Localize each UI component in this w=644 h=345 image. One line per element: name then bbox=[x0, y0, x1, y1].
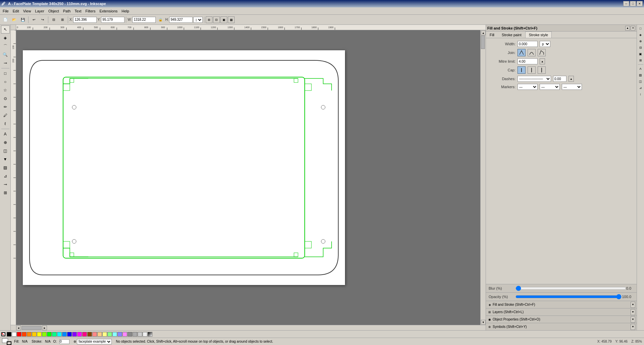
swatch-yellow-orange[interactable] bbox=[32, 332, 37, 337]
ellipse-tool-button[interactable]: ○ bbox=[1, 78, 10, 86]
spiral-tool-button[interactable]: ⊙ bbox=[1, 95, 10, 103]
text-tool-button[interactable]: A bbox=[1, 130, 10, 138]
swatch-light-yellow[interactable] bbox=[102, 332, 107, 337]
open-button[interactable]: 📂 bbox=[10, 16, 18, 23]
swatch-light-cyan[interactable] bbox=[112, 332, 117, 337]
menu-object[interactable]: Object bbox=[46, 8, 61, 14]
menu-view[interactable]: View bbox=[21, 8, 33, 14]
redo-button[interactable]: ↪ bbox=[39, 16, 47, 23]
x-input[interactable] bbox=[73, 17, 97, 23]
swatch-gradient[interactable] bbox=[148, 332, 152, 337]
snap-btn-3[interactable]: ▣ bbox=[220, 16, 227, 23]
swatch-peach[interactable] bbox=[97, 332, 102, 337]
right-tool-dropper[interactable]: ⊿ bbox=[638, 85, 644, 91]
save-button[interactable]: 💾 bbox=[19, 16, 27, 23]
join-round-btn[interactable] bbox=[528, 49, 536, 56]
swatch-near-white[interactable] bbox=[143, 332, 147, 337]
tab-stroke-style[interactable]: Stroke style bbox=[525, 32, 552, 38]
swatch-lighter-gray[interactable] bbox=[138, 332, 142, 337]
swatch-black[interactable] bbox=[7, 332, 11, 337]
markers-mid[interactable]: — bbox=[540, 84, 560, 90]
cap-butt-btn[interactable] bbox=[517, 66, 526, 74]
minimize-button[interactable]: ─ bbox=[623, 1, 629, 6]
swatch-light-gray[interactable] bbox=[133, 332, 137, 337]
h-input[interactable] bbox=[169, 17, 193, 23]
swatch-red[interactable] bbox=[17, 332, 21, 337]
right-tool-pattern[interactable]: ◫ bbox=[638, 78, 644, 84]
dashes-up-btn[interactable]: ▲ bbox=[568, 76, 574, 82]
vscroll-thumb[interactable] bbox=[481, 36, 485, 49]
swatch-brown[interactable] bbox=[87, 332, 92, 337]
swatch-cyan-blue[interactable] bbox=[62, 332, 67, 337]
width-input[interactable] bbox=[517, 41, 538, 47]
markers-start[interactable]: — bbox=[517, 84, 538, 90]
mitre-input[interactable] bbox=[517, 58, 538, 64]
vscroll-down-btn[interactable]: ▼ bbox=[481, 320, 486, 325]
snap-btn-2[interactable]: ⊟ bbox=[213, 16, 220, 23]
swatch-gray[interactable] bbox=[128, 332, 132, 337]
fill-stroke-sub-close[interactable]: ▼ bbox=[631, 302, 635, 308]
connector-tool-button[interactable]: ⊸ bbox=[1, 180, 10, 188]
swatch-light-magenta[interactable] bbox=[122, 332, 127, 337]
swatch-green-cyan[interactable] bbox=[52, 332, 57, 337]
panel-close-btn[interactable]: ✕ bbox=[631, 26, 635, 31]
eraser-tool-button[interactable]: ◫ bbox=[1, 147, 10, 155]
right-tool-grid[interactable]: ▣ bbox=[638, 51, 644, 57]
dashes-offset[interactable] bbox=[553, 76, 566, 82]
hscroll-right-btn[interactable]: ► bbox=[42, 326, 47, 330]
zoom-in-button[interactable]: ⊞ bbox=[58, 16, 66, 23]
swatch-cyan[interactable] bbox=[57, 332, 62, 337]
vscroll-up-btn[interactable]: ▲ bbox=[481, 31, 486, 35]
canvas-scroll-area[interactable]: ▲ ▼ bbox=[16, 30, 486, 325]
clone-tool-button[interactable]: ⊞ bbox=[1, 189, 10, 197]
swatch-orange[interactable] bbox=[27, 332, 32, 337]
swatch-light-blue[interactable] bbox=[117, 332, 122, 337]
spray-tool-button[interactable]: ⊕ bbox=[1, 138, 10, 147]
cap-square-btn[interactable] bbox=[538, 66, 546, 74]
snap-btn-1[interactable]: ⊞ bbox=[206, 16, 212, 23]
symbols-sub-close[interactable]: ▼ bbox=[631, 324, 635, 330]
eyedropper-tool-button[interactable]: ⊿ bbox=[1, 172, 10, 180]
markers-end[interactable]: — bbox=[562, 84, 582, 90]
snap-btn-4[interactable]: ▦ bbox=[228, 16, 235, 23]
cap-round-btn[interactable] bbox=[528, 66, 536, 74]
gradient-tool-button[interactable]: ▨ bbox=[1, 164, 10, 172]
right-tool-node[interactable]: ◈ bbox=[638, 32, 644, 38]
panel-minimize-btn[interactable]: ▲ bbox=[625, 26, 630, 31]
blur-slider[interactable] bbox=[515, 286, 626, 291]
undo-button[interactable]: ↩ bbox=[30, 16, 38, 23]
menu-text[interactable]: Text bbox=[72, 8, 83, 14]
swatch-red-orange[interactable] bbox=[22, 332, 27, 337]
hscroll-left-btn[interactable]: ◄ bbox=[16, 326, 21, 330]
calligraphy-tool-button[interactable]: ℓ bbox=[1, 120, 10, 128]
tab-fill[interactable]: Fill bbox=[486, 32, 498, 38]
swatch-green[interactable] bbox=[47, 332, 52, 337]
menu-path[interactable]: Path bbox=[61, 8, 73, 14]
layer-select[interactable]: faceplate example bbox=[77, 339, 112, 344]
new-button[interactable]: 📄 bbox=[1, 16, 9, 23]
tweak-tool-button[interactable]: ⌒ bbox=[1, 42, 10, 50]
measure-tool-button[interactable]: ⊸ bbox=[1, 59, 10, 67]
swatch-light-green[interactable] bbox=[107, 332, 112, 337]
opacity-status-input[interactable] bbox=[59, 339, 69, 344]
lock-aspect-button[interactable]: 🔒 bbox=[156, 16, 164, 23]
hscroll-thumb[interactable] bbox=[21, 326, 42, 330]
menu-layer[interactable]: Layer bbox=[33, 8, 46, 14]
mitre-up-btn[interactable]: ▲ bbox=[540, 58, 545, 64]
select-tool-button[interactable]: ↖ bbox=[1, 25, 10, 34]
swatch-light-red[interactable] bbox=[92, 332, 97, 337]
zoom-fit-button[interactable]: ⊟ bbox=[50, 16, 58, 23]
pencil-tool-button[interactable]: ✏ bbox=[1, 103, 10, 111]
zoom-tool-button[interactable]: 🔍 bbox=[1, 51, 10, 59]
right-tool-stack[interactable]: ⊞ bbox=[638, 57, 644, 63]
menu-edit[interactable]: Edit bbox=[11, 8, 21, 14]
pen-tool-button[interactable]: 🖊 bbox=[1, 111, 10, 119]
swatch-magenta[interactable] bbox=[77, 332, 82, 337]
right-tool-sub[interactable]: ⊟ bbox=[638, 45, 644, 51]
opacity-slider[interactable] bbox=[515, 294, 622, 299]
swatch-blue-violet[interactable] bbox=[72, 332, 77, 337]
join-bevel-btn[interactable] bbox=[538, 49, 546, 56]
close-button[interactable]: ✕ bbox=[637, 1, 643, 6]
unit-select[interactable]: px mm cm in bbox=[193, 17, 203, 23]
rect-tool-button[interactable]: □ bbox=[1, 69, 10, 77]
